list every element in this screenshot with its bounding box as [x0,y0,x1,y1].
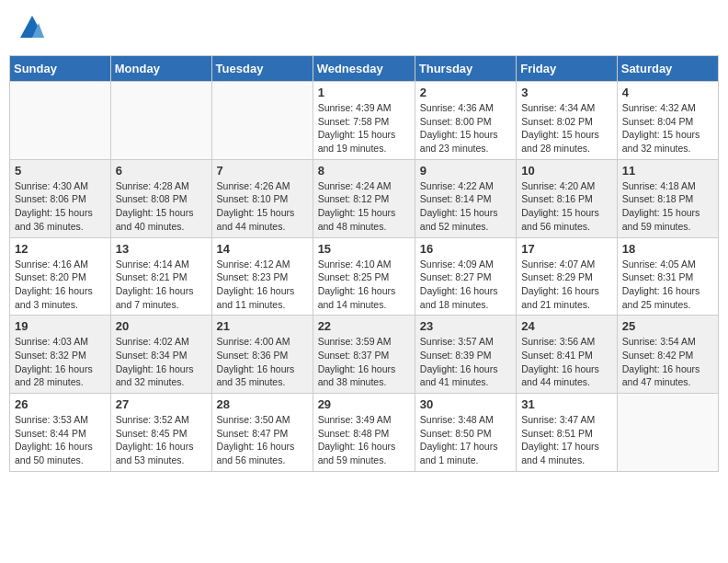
day-info: Sunrise: 3:54 AM Sunset: 8:42 PM Dayligh… [622,335,713,389]
day-info: Sunrise: 3:57 AM Sunset: 8:39 PM Dayligh… [420,335,511,389]
day-info: Sunrise: 4:20 AM Sunset: 8:16 PM Dayligh… [521,179,612,234]
calendar-cell: 16Sunrise: 4:09 AM Sunset: 8:27 PM Dayli… [415,237,516,316]
calendar-cell: 1Sunrise: 4:39 AM Sunset: 7:58 PM Daylig… [313,82,415,160]
calendar-cell: 30Sunrise: 3:48 AM Sunset: 8:50 PM Dayli… [415,394,516,472]
day-info: Sunrise: 3:49 AM Sunset: 8:48 PM Dayligh… [318,413,410,467]
calendar-cell: 9Sunrise: 4:22 AM Sunset: 8:14 PM Daylig… [415,159,516,237]
calendar-week-row: 26Sunrise: 3:53 AM Sunset: 8:44 PM Dayli… [10,394,719,472]
day-number: 28 [217,397,308,411]
day-info: Sunrise: 4:05 AM Sunset: 8:31 PM Dayligh… [622,258,713,312]
page-header [9,9,719,46]
day-number: 16 [420,242,511,256]
calendar-cell: 17Sunrise: 4:07 AM Sunset: 8:29 PM Dayli… [517,237,618,316]
day-number: 4 [622,86,713,99]
day-number: 7 [217,164,308,178]
day-info: Sunrise: 4:36 AM Sunset: 8:00 PM Dayligh… [420,101,511,155]
calendar-cell: 12Sunrise: 4:16 AM Sunset: 8:20 PM Dayli… [10,237,111,316]
day-info: Sunrise: 4:16 AM Sunset: 8:20 PM Dayligh… [15,258,106,312]
weekday-header-saturday: Saturday [617,56,718,82]
calendar-week-row: 5Sunrise: 4:30 AM Sunset: 8:06 PM Daylig… [10,159,719,237]
calendar-cell: 19Sunrise: 4:03 AM Sunset: 8:32 PM Dayli… [10,316,111,394]
calendar-cell: 6Sunrise: 4:28 AM Sunset: 8:08 PM Daylig… [110,159,211,237]
day-number: 30 [420,397,511,411]
day-number: 31 [521,397,612,411]
calendar-cell: 13Sunrise: 4:14 AM Sunset: 8:21 PM Dayli… [110,237,211,316]
day-info: Sunrise: 4:00 AM Sunset: 8:36 PM Dayligh… [217,335,308,389]
calendar-cell: 15Sunrise: 4:10 AM Sunset: 8:25 PM Dayli… [313,237,415,316]
weekday-header-row: SundayMondayTuesdayWednesdayThursdayFrid… [10,56,719,82]
calendar-cell [10,82,111,160]
day-number: 20 [116,319,207,333]
calendar-cell: 2Sunrise: 4:36 AM Sunset: 8:00 PM Daylig… [415,82,516,160]
weekday-header-tuesday: Tuesday [211,56,313,82]
weekday-header-monday: Monday [110,56,211,82]
calendar-cell [617,394,718,472]
day-number: 22 [318,319,410,333]
calendar-cell: 18Sunrise: 4:05 AM Sunset: 8:31 PM Dayli… [617,237,718,316]
day-number: 6 [116,164,207,178]
calendar-cell: 31Sunrise: 3:47 AM Sunset: 8:51 PM Dayli… [517,394,618,472]
day-number: 26 [15,397,106,411]
day-info: Sunrise: 4:18 AM Sunset: 8:18 PM Dayligh… [622,179,713,234]
calendar-week-row: 12Sunrise: 4:16 AM Sunset: 8:20 PM Dayli… [10,237,719,316]
calendar-cell [110,82,211,160]
day-number: 12 [15,242,106,256]
day-info: Sunrise: 4:39 AM Sunset: 7:58 PM Dayligh… [318,101,410,155]
day-number: 27 [116,397,207,411]
day-info: Sunrise: 3:59 AM Sunset: 8:37 PM Dayligh… [318,335,410,389]
day-info: Sunrise: 4:24 AM Sunset: 8:12 PM Dayligh… [318,179,410,234]
day-number: 13 [116,242,207,256]
logo [18,14,51,41]
calendar-cell: 28Sunrise: 3:50 AM Sunset: 8:47 PM Dayli… [211,394,313,472]
day-number: 14 [217,242,308,256]
day-number: 18 [622,242,713,256]
day-info: Sunrise: 4:22 AM Sunset: 8:14 PM Dayligh… [420,179,511,234]
day-info: Sunrise: 3:50 AM Sunset: 8:47 PM Dayligh… [217,413,308,467]
day-info: Sunrise: 3:53 AM Sunset: 8:44 PM Dayligh… [15,413,106,467]
day-info: Sunrise: 4:30 AM Sunset: 8:06 PM Dayligh… [15,179,106,234]
calendar-cell: 20Sunrise: 4:02 AM Sunset: 8:34 PM Dayli… [110,316,211,394]
day-number: 9 [420,164,511,178]
calendar-week-row: 1Sunrise: 4:39 AM Sunset: 7:58 PM Daylig… [10,82,719,160]
day-info: Sunrise: 4:26 AM Sunset: 8:10 PM Dayligh… [217,179,308,234]
day-number: 1 [318,86,410,99]
calendar-cell: 25Sunrise: 3:54 AM Sunset: 8:42 PM Dayli… [617,316,718,394]
day-info: Sunrise: 4:02 AM Sunset: 8:34 PM Dayligh… [116,335,207,389]
day-number: 25 [622,319,713,333]
calendar-week-row: 19Sunrise: 4:03 AM Sunset: 8:32 PM Dayli… [10,316,719,394]
calendar-cell: 27Sunrise: 3:52 AM Sunset: 8:45 PM Dayli… [110,394,211,472]
calendar-cell: 11Sunrise: 4:18 AM Sunset: 8:18 PM Dayli… [617,159,718,237]
day-number: 10 [521,164,612,178]
day-number: 23 [420,319,511,333]
calendar-cell: 10Sunrise: 4:20 AM Sunset: 8:16 PM Dayli… [517,159,618,237]
calendar-cell: 4Sunrise: 4:32 AM Sunset: 8:04 PM Daylig… [617,82,718,160]
calendar-cell: 23Sunrise: 3:57 AM Sunset: 8:39 PM Dayli… [415,316,516,394]
day-number: 29 [318,397,410,411]
weekday-header-sunday: Sunday [10,56,111,82]
calendar-cell: 26Sunrise: 3:53 AM Sunset: 8:44 PM Dayli… [10,394,111,472]
calendar-cell: 8Sunrise: 4:24 AM Sunset: 8:12 PM Daylig… [313,159,415,237]
weekday-header-friday: Friday [517,56,618,82]
day-number: 2 [420,86,511,99]
calendar-cell: 21Sunrise: 4:00 AM Sunset: 8:36 PM Dayli… [211,316,313,394]
day-info: Sunrise: 3:52 AM Sunset: 8:45 PM Dayligh… [116,413,207,467]
day-info: Sunrise: 4:09 AM Sunset: 8:27 PM Dayligh… [420,258,511,312]
day-number: 24 [521,319,612,333]
day-info: Sunrise: 3:47 AM Sunset: 8:51 PM Dayligh… [521,413,612,467]
weekday-header-thursday: Thursday [415,56,516,82]
logo-icon [18,14,46,41]
day-number: 15 [318,242,410,256]
day-number: 19 [15,319,106,333]
day-number: 17 [521,242,612,256]
day-info: Sunrise: 4:14 AM Sunset: 8:21 PM Dayligh… [116,258,207,312]
calendar-cell: 5Sunrise: 4:30 AM Sunset: 8:06 PM Daylig… [10,159,111,237]
day-info: Sunrise: 4:07 AM Sunset: 8:29 PM Dayligh… [521,258,612,312]
day-info: Sunrise: 4:34 AM Sunset: 8:02 PM Dayligh… [521,101,612,155]
day-info: Sunrise: 4:28 AM Sunset: 8:08 PM Dayligh… [116,179,207,234]
calendar-cell: 29Sunrise: 3:49 AM Sunset: 8:48 PM Dayli… [313,394,415,472]
day-info: Sunrise: 4:32 AM Sunset: 8:04 PM Dayligh… [622,101,713,155]
day-number: 3 [521,86,612,99]
calendar-table: SundayMondayTuesdayWednesdayThursdayFrid… [9,55,719,472]
calendar-cell: 14Sunrise: 4:12 AM Sunset: 8:23 PM Dayli… [211,237,313,316]
day-number: 8 [318,164,410,178]
